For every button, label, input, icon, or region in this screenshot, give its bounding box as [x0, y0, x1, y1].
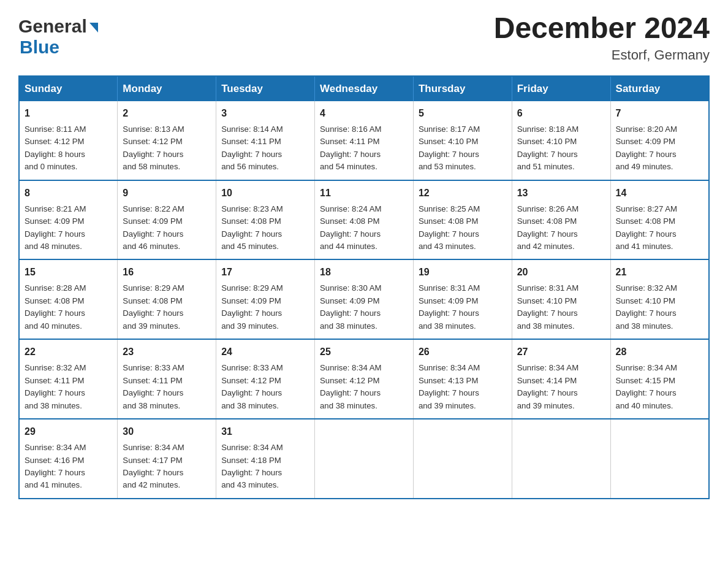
table-row: 26Sunrise: 8:34 AMSunset: 4:13 PMDayligh… [413, 339, 512, 419]
logo: General Blue [18, 16, 98, 58]
table-row: 6Sunrise: 8:18 AMSunset: 4:10 PMDaylight… [512, 101, 610, 180]
day-info: Sunrise: 8:25 AMSunset: 4:08 PMDaylight:… [419, 203, 507, 253]
table-row: 10Sunrise: 8:23 AMSunset: 4:08 PMDayligh… [216, 180, 315, 260]
day-info: Sunrise: 8:32 AMSunset: 4:11 PMDaylight:… [25, 362, 112, 412]
day-number: 27 [517, 345, 605, 359]
table-row: 28Sunrise: 8:34 AMSunset: 4:15 PMDayligh… [610, 339, 709, 419]
day-number: 31 [221, 424, 309, 439]
table-row: 14Sunrise: 8:27 AMSunset: 4:08 PMDayligh… [610, 180, 709, 260]
day-info: Sunrise: 8:17 AMSunset: 4:10 PMDaylight:… [419, 123, 507, 174]
calendar-week-row: 22Sunrise: 8:32 AMSunset: 4:11 PMDayligh… [19, 339, 709, 419]
calendar-week-row: 15Sunrise: 8:28 AMSunset: 4:08 PMDayligh… [19, 259, 709, 339]
day-number: 21 [616, 265, 703, 280]
day-number: 12 [419, 186, 507, 201]
day-number: 25 [320, 345, 408, 359]
col-friday: Friday [512, 76, 610, 101]
day-info: Sunrise: 8:26 AMSunset: 4:08 PMDaylight:… [517, 203, 605, 253]
day-info: Sunrise: 8:30 AMSunset: 4:09 PMDaylight:… [320, 282, 408, 332]
table-row [413, 419, 512, 499]
day-number: 30 [123, 424, 211, 439]
day-info: Sunrise: 8:34 AMSunset: 4:18 PMDaylight:… [221, 442, 309, 492]
col-tuesday: Tuesday [216, 76, 315, 101]
table-row: 20Sunrise: 8:31 AMSunset: 4:10 PMDayligh… [512, 259, 610, 339]
table-row: 4Sunrise: 8:16 AMSunset: 4:11 PMDaylight… [315, 101, 414, 180]
calendar-header-row: Sunday Monday Tuesday Wednesday Thursday… [19, 76, 709, 101]
table-row: 25Sunrise: 8:34 AMSunset: 4:12 PMDayligh… [315, 339, 414, 419]
table-row [512, 419, 610, 499]
day-number: 28 [616, 345, 703, 359]
col-monday: Monday [118, 76, 216, 101]
day-number: 2 [123, 106, 211, 121]
calendar-table: Sunday Monday Tuesday Wednesday Thursday… [18, 75, 710, 499]
day-info: Sunrise: 8:27 AMSunset: 4:08 PMDaylight:… [616, 203, 703, 253]
table-row: 3Sunrise: 8:14 AMSunset: 4:11 PMDaylight… [216, 101, 315, 180]
col-sunday: Sunday [19, 76, 118, 101]
calendar-week-row: 29Sunrise: 8:34 AMSunset: 4:16 PMDayligh… [19, 419, 709, 499]
col-saturday: Saturday [610, 76, 709, 101]
day-info: Sunrise: 8:32 AMSunset: 4:10 PMDaylight:… [616, 282, 703, 332]
table-row: 11Sunrise: 8:24 AMSunset: 4:08 PMDayligh… [315, 180, 414, 260]
title-block: December 2024 Estorf, Germany [494, 12, 710, 63]
table-row: 27Sunrise: 8:34 AMSunset: 4:14 PMDayligh… [512, 339, 610, 419]
table-row: 17Sunrise: 8:29 AMSunset: 4:09 PMDayligh… [216, 259, 315, 339]
day-info: Sunrise: 8:13 AMSunset: 4:12 PMDaylight:… [123, 123, 211, 174]
day-info: Sunrise: 8:34 AMSunset: 4:16 PMDaylight:… [25, 442, 112, 492]
day-info: Sunrise: 8:34 AMSunset: 4:15 PMDaylight:… [616, 362, 703, 412]
day-number: 20 [517, 265, 605, 280]
day-number: 23 [123, 345, 211, 359]
day-info: Sunrise: 8:31 AMSunset: 4:10 PMDaylight:… [517, 282, 605, 332]
day-number: 13 [517, 186, 605, 201]
day-info: Sunrise: 8:34 AMSunset: 4:12 PMDaylight:… [320, 362, 408, 412]
day-info: Sunrise: 8:34 AMSunset: 4:17 PMDaylight:… [123, 442, 211, 492]
day-number: 22 [25, 345, 112, 359]
day-number: 17 [221, 265, 309, 280]
table-row: 5Sunrise: 8:17 AMSunset: 4:10 PMDaylight… [413, 101, 512, 180]
day-number: 11 [320, 186, 408, 201]
day-number: 9 [123, 186, 211, 201]
day-number: 10 [221, 186, 309, 201]
table-row: 30Sunrise: 8:34 AMSunset: 4:17 PMDayligh… [118, 419, 216, 499]
day-number: 6 [517, 106, 605, 121]
table-row: 23Sunrise: 8:33 AMSunset: 4:11 PMDayligh… [118, 339, 216, 419]
month-title: December 2024 [494, 12, 710, 45]
location-title: Estorf, Germany [494, 47, 710, 63]
table-row: 15Sunrise: 8:28 AMSunset: 4:08 PMDayligh… [19, 259, 118, 339]
day-number: 15 [25, 265, 112, 280]
day-number: 7 [616, 106, 703, 121]
day-info: Sunrise: 8:20 AMSunset: 4:09 PMDaylight:… [616, 123, 703, 174]
logo-general-text: General [18, 16, 87, 37]
day-number: 29 [25, 424, 112, 439]
table-row: 19Sunrise: 8:31 AMSunset: 4:09 PMDayligh… [413, 259, 512, 339]
day-info: Sunrise: 8:34 AMSunset: 4:14 PMDaylight:… [517, 362, 605, 412]
day-number: 24 [221, 345, 309, 359]
page-header: General Blue December 2024 Estorf, Germa… [18, 12, 710, 63]
day-info: Sunrise: 8:18 AMSunset: 4:10 PMDaylight:… [517, 123, 605, 174]
table-row [315, 419, 414, 499]
table-row: 21Sunrise: 8:32 AMSunset: 4:10 PMDayligh… [610, 259, 709, 339]
day-info: Sunrise: 8:24 AMSunset: 4:08 PMDaylight:… [320, 203, 408, 253]
logo-blue-text: Blue [20, 37, 59, 57]
table-row: 1Sunrise: 8:11 AMSunset: 4:12 PMDaylight… [19, 101, 118, 180]
table-row: 7Sunrise: 8:20 AMSunset: 4:09 PMDaylight… [610, 101, 709, 180]
day-info: Sunrise: 8:28 AMSunset: 4:08 PMDaylight:… [25, 282, 112, 332]
day-info: Sunrise: 8:33 AMSunset: 4:12 PMDaylight:… [221, 362, 309, 412]
table-row: 9Sunrise: 8:22 AMSunset: 4:09 PMDaylight… [118, 180, 216, 260]
day-number: 4 [320, 106, 408, 121]
day-info: Sunrise: 8:11 AMSunset: 4:12 PMDaylight:… [25, 123, 112, 174]
logo-triangle-icon [89, 23, 98, 33]
day-info: Sunrise: 8:16 AMSunset: 4:11 PMDaylight:… [320, 123, 408, 174]
day-number: 26 [419, 345, 507, 359]
day-info: Sunrise: 8:23 AMSunset: 4:08 PMDaylight:… [221, 203, 309, 253]
day-info: Sunrise: 8:29 AMSunset: 4:08 PMDaylight:… [123, 282, 211, 332]
table-row: 18Sunrise: 8:30 AMSunset: 4:09 PMDayligh… [315, 259, 414, 339]
table-row: 22Sunrise: 8:32 AMSunset: 4:11 PMDayligh… [19, 339, 118, 419]
table-row: 12Sunrise: 8:25 AMSunset: 4:08 PMDayligh… [413, 180, 512, 260]
day-number: 1 [25, 106, 112, 121]
col-thursday: Thursday [413, 76, 512, 101]
calendar-week-row: 1Sunrise: 8:11 AMSunset: 4:12 PMDaylight… [19, 101, 709, 180]
day-number: 14 [616, 186, 703, 201]
day-info: Sunrise: 8:29 AMSunset: 4:09 PMDaylight:… [221, 282, 309, 332]
day-info: Sunrise: 8:22 AMSunset: 4:09 PMDaylight:… [123, 203, 211, 253]
day-number: 5 [419, 106, 507, 121]
day-info: Sunrise: 8:21 AMSunset: 4:09 PMDaylight:… [25, 203, 112, 253]
